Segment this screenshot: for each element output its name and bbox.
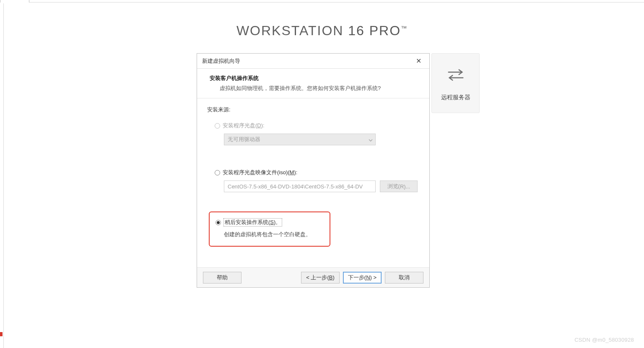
help-button[interactable]: 帮助	[203, 272, 242, 284]
browse-button: 浏览(R)...	[380, 180, 418, 192]
highlight-annotation: 稍后安装操作系统(S)。 创建的虚拟机将包含一个空白硬盘。	[209, 211, 330, 247]
chevron-down-icon	[369, 137, 373, 142]
radio-iso-file[interactable]	[215, 170, 220, 175]
option-install-later-desc: 创建的虚拟机将包含一个空白硬盘。	[224, 231, 324, 238]
close-icon: ✕	[416, 57, 421, 65]
option-install-later[interactable]: 稍后安装操作系统(S)。	[216, 218, 324, 227]
option-install-later-label: 稍后安装操作系统(S)。	[223, 218, 282, 227]
tile-remote-server-label: 远程服务器	[441, 94, 470, 101]
option-iso-file[interactable]: 安装程序光盘映像文件(iso)(M):	[215, 169, 419, 176]
brand-tm: ™	[401, 25, 408, 31]
install-source-label: 安装来源:	[207, 106, 419, 113]
dialog-title: 新建虚拟机向导	[201, 57, 412, 65]
tile-remote-server[interactable]: 远程服务器	[431, 53, 480, 113]
brand-name-b: 16 PRO	[348, 23, 401, 38]
disc-drive-combo: 无可用驱动器	[224, 134, 376, 145]
dialog-header-sub: 虚拟机如同物理机，需要操作系统。您将如何安装客户机操作系统?	[210, 82, 429, 92]
radio-installer-disc[interactable]	[215, 123, 220, 129]
tab-strip	[0, 0, 644, 3]
dialog-body: 安装来源: 安装程序光盘(D): 无可用驱动器 安装程序光盘映像文件(iso)(…	[197, 98, 429, 247]
cancel-button[interactable]: 取消	[385, 272, 423, 284]
selection-marker	[0, 332, 3, 336]
new-vm-wizard-dialog: 新建虚拟机向导 ✕ 安装客户机操作系统 虚拟机如同物理机，需要操作系统。您将如何…	[197, 53, 430, 288]
option-installer-disc-label: 安装程序光盘(D):	[223, 122, 265, 129]
truncated-tab	[0, 0, 29, 3]
watermark: CSDN @m0_58030928	[574, 337, 634, 343]
dialog-titlebar[interactable]: 新建虚拟机向导 ✕	[197, 54, 429, 69]
next-button[interactable]: 下一步(N) >	[343, 272, 382, 284]
radio-install-later[interactable]	[216, 220, 221, 225]
close-button[interactable]: ✕	[412, 56, 425, 66]
dialog-header-title: 安装客户机操作系统	[210, 75, 429, 82]
dialog-header: 安装客户机操作系统 虚拟机如同物理机，需要操作系统。您将如何安装客户机操作系统?	[197, 69, 429, 98]
left-divider	[3, 3, 4, 348]
option-iso-file-label: 安装程序光盘映像文件(iso)(M):	[223, 169, 297, 176]
product-brand: WORKSTATION 16 PRO™	[0, 23, 644, 39]
disc-drive-combo-text: 无可用驱动器	[228, 136, 260, 143]
back-button[interactable]: < 上一步(B)	[301, 272, 340, 284]
connect-icon	[446, 65, 465, 86]
option-installer-disc[interactable]: 安装程序光盘(D):	[215, 122, 419, 129]
brand-name-a: WORKSTATION	[236, 23, 343, 38]
iso-path-field	[224, 180, 376, 192]
dialog-footer: 帮助 < 上一步(B) 下一步(N) > 取消	[197, 267, 429, 287]
